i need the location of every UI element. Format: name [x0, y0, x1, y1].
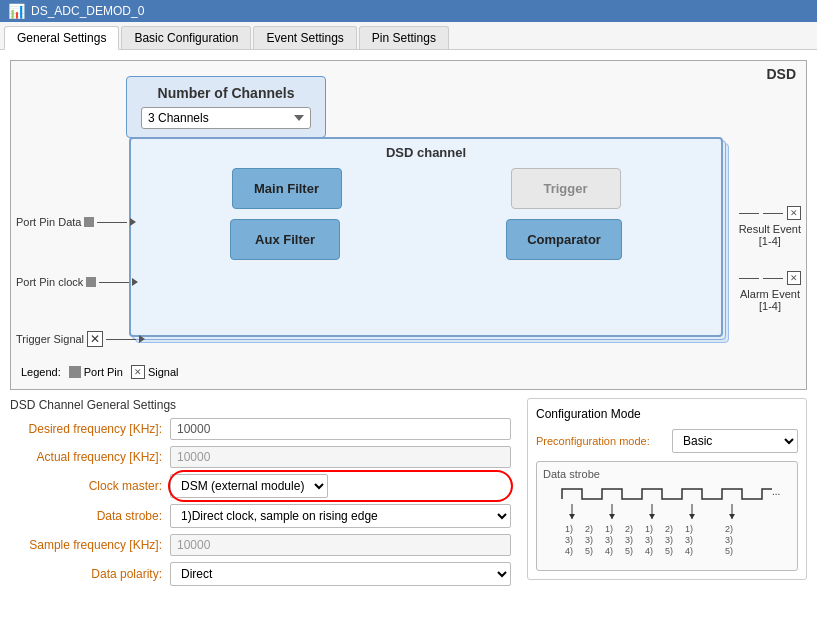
- arrow-trigger: [139, 335, 145, 343]
- data-polarity-select[interactable]: Direct Inverted: [170, 562, 511, 586]
- svg-marker-10: [729, 514, 735, 519]
- svg-text:2): 2): [665, 524, 673, 534]
- strobe-title: Data strobe: [543, 468, 791, 480]
- svg-text:3): 3): [565, 535, 573, 545]
- sample-freq-row: Sample frequency [KHz]:: [10, 534, 511, 556]
- actual-freq-label: Actual frequency [KHz]:: [10, 450, 170, 464]
- settings-area: DSD Channel General Settings Desired fre…: [10, 398, 807, 625]
- preconfig-select[interactable]: Basic Advanced: [672, 429, 798, 453]
- app-icon: 📊: [8, 3, 25, 19]
- svg-text:3): 3): [605, 535, 613, 545]
- settings-left: DSD Channel General Settings Desired fre…: [10, 398, 511, 625]
- clock-master-select[interactable]: DSM (external module) Internal External: [170, 474, 328, 498]
- svg-text:4): 4): [605, 546, 613, 556]
- svg-text:1): 1): [685, 524, 693, 534]
- result-event-label: Result Event[1-4]: [739, 223, 801, 247]
- svg-text:3): 3): [645, 535, 653, 545]
- port-pin-clock-label: Port Pin clock: [16, 276, 138, 288]
- diagram-area: DSD Number of Channels 3 Channels 1 Chan…: [10, 60, 807, 390]
- desired-freq-input[interactable]: [170, 418, 511, 440]
- tab-general-settings[interactable]: General Settings: [4, 26, 119, 50]
- main-filter-button[interactable]: Main Filter: [232, 168, 342, 209]
- svg-text:4): 4): [565, 546, 573, 556]
- port-square-clock: [86, 277, 96, 287]
- port-square-data: [84, 217, 94, 227]
- title-bar: 📊 DS_ADC_DEMOD_0: [0, 0, 817, 22]
- svg-text:1): 1): [605, 524, 613, 534]
- svg-text:5): 5): [725, 546, 733, 556]
- result-xsq: ✕: [787, 206, 801, 220]
- svg-text:...: ...: [772, 486, 780, 497]
- svg-text:5): 5): [585, 546, 593, 556]
- svg-marker-6: [649, 514, 655, 519]
- data-strobe-row: Data strobe: 1)Direct clock, sample on r…: [10, 504, 511, 528]
- strobe-diagram: ... 1) 2): [552, 484, 782, 564]
- svg-text:3): 3): [665, 535, 673, 545]
- wire-clock: [99, 282, 129, 283]
- aux-filter-button[interactable]: Aux Filter: [230, 219, 340, 260]
- tab-bar: General Settings Basic Configuration Eve…: [0, 22, 817, 50]
- trigger-signal-label: Trigger Signal ✕: [16, 331, 145, 347]
- window-title: DS_ADC_DEMOD_0: [31, 4, 144, 18]
- alarm-xsq: ✕: [787, 271, 801, 285]
- settings-title: DSD Channel General Settings: [10, 398, 511, 412]
- alarm-event-group: ✕ Alarm Event[1-4]: [739, 271, 801, 312]
- result-event-group: ✕ Result Event[1-4]: [739, 206, 801, 247]
- num-channels-select[interactable]: 3 Channels 1 Channel 2 Channels 4 Channe…: [141, 107, 311, 129]
- data-strobe-box: Data strobe ...: [536, 461, 798, 571]
- sample-freq-input: [170, 534, 511, 556]
- data-polarity-label: Data polarity:: [10, 567, 170, 581]
- svg-text:5): 5): [625, 546, 633, 556]
- svg-text:3): 3): [685, 535, 693, 545]
- svg-text:2): 2): [725, 524, 733, 534]
- svg-text:2): 2): [585, 524, 593, 534]
- dsd-channel-title: DSD channel: [131, 139, 721, 168]
- desired-freq-label: Desired frequency [KHz]:: [10, 422, 170, 436]
- actual-freq-row: Actual frequency [KHz]:: [10, 446, 511, 468]
- comparator-button[interactable]: Comparator: [506, 219, 622, 260]
- main-area: DSD Number of Channels 3 Channels 1 Chan…: [0, 50, 817, 635]
- legend-port-square: [69, 366, 81, 378]
- desired-freq-row: Desired frequency [KHz]:: [10, 418, 511, 440]
- svg-text:1): 1): [645, 524, 653, 534]
- legend-signal: ✕ Signal: [131, 365, 179, 379]
- clock-master-label: Clock master:: [10, 479, 170, 493]
- legend-signal-icon: ✕: [131, 365, 145, 379]
- clock-master-row: Clock master: DSM (external module) Inte…: [10, 474, 511, 498]
- wire-data: [97, 222, 127, 223]
- legend-prefix: Legend:: [21, 366, 61, 378]
- config-title: Configuration Mode: [536, 407, 798, 421]
- arrow-data: [130, 218, 136, 226]
- port-pin-data-label: Port Pin Data: [16, 216, 136, 228]
- svg-text:4): 4): [685, 546, 693, 556]
- data-polarity-row: Data polarity: Direct Inverted: [10, 562, 511, 586]
- preconfig-label: Preconfiguration mode:: [536, 435, 666, 447]
- tab-basic-configuration[interactable]: Basic Configuration: [121, 26, 251, 49]
- tab-pin-settings[interactable]: Pin Settings: [359, 26, 449, 49]
- svg-text:5): 5): [665, 546, 673, 556]
- trigger-xsq: ✕: [87, 331, 103, 347]
- svg-text:4): 4): [645, 546, 653, 556]
- actual-freq-input: [170, 446, 511, 468]
- svg-marker-2: [569, 514, 575, 519]
- svg-text:3): 3): [625, 535, 633, 545]
- dsd-buttons-row: Main Filter Trigger: [131, 168, 721, 209]
- legend-port-pin: Port Pin: [69, 366, 123, 378]
- arrow-clock: [132, 278, 138, 286]
- tab-event-settings[interactable]: Event Settings: [253, 26, 356, 49]
- svg-text:2): 2): [625, 524, 633, 534]
- data-strobe-select[interactable]: 1)Direct clock, sample on rising edge 2)…: [170, 504, 511, 528]
- svg-text:1): 1): [565, 524, 573, 534]
- sample-freq-label: Sample frequency [KHz]:: [10, 538, 170, 552]
- num-channels-title: Number of Channels: [141, 85, 311, 101]
- trigger-button[interactable]: Trigger: [511, 168, 621, 209]
- data-strobe-label: Data strobe:: [10, 509, 170, 523]
- legend: Legend: Port Pin ✕ Signal: [21, 365, 178, 379]
- dsd-label: DSD: [766, 66, 796, 82]
- num-channels-box: Number of Channels 3 Channels 1 Channel …: [126, 76, 326, 138]
- wire-trigger: [106, 339, 136, 340]
- svg-marker-8: [689, 514, 695, 519]
- config-section: Configuration Mode Preconfiguration mode…: [527, 398, 807, 580]
- preconfig-row: Preconfiguration mode: Basic Advanced: [536, 429, 798, 453]
- svg-marker-4: [609, 514, 615, 519]
